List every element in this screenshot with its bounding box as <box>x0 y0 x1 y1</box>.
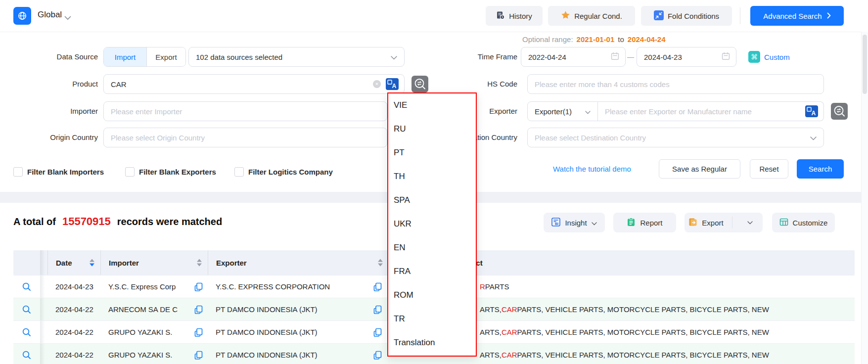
language-option[interactable]: UKR <box>388 212 476 236</box>
filter-logistics-company-checkbox[interactable]: Filter Logitics Company <box>234 164 333 179</box>
product-label: Product <box>0 74 98 94</box>
language-option[interactable]: TH <box>388 165 476 188</box>
importer-cell[interactable]: Y.S.C. Express Corp <box>108 282 176 291</box>
language-option[interactable]: PT <box>388 141 476 165</box>
view-record-icon[interactable] <box>22 305 32 315</box>
region-selector[interactable]: Global <box>38 10 62 20</box>
exporter-cell[interactable]: Y.S.C. EXPRESS CORPORATION <box>216 282 330 291</box>
advanced-search-button[interactable]: Advanced Search <box>750 6 844 26</box>
copy-icon[interactable] <box>373 328 382 337</box>
report-button[interactable]: Report <box>613 213 676 232</box>
column-header-date[interactable]: Date <box>47 250 100 275</box>
optional-range: Optional range: 2021-01-01 to 2024-04-24 <box>522 34 666 45</box>
sort-icon[interactable] <box>197 259 202 267</box>
sort-icon[interactable] <box>378 259 383 267</box>
total-prefix: A total of <box>13 216 56 228</box>
advanced-search-label: Advanced Search <box>763 12 822 20</box>
export-button[interactable]: Export <box>685 213 728 232</box>
results-summary: A total of 15570915 records were matched <box>13 215 222 228</box>
history-icon <box>496 11 505 21</box>
scrollbar-thumb[interactable] <box>863 35 867 94</box>
insight-icon: BI <box>551 218 560 228</box>
copy-icon[interactable] <box>194 282 203 291</box>
language-option[interactable]: TR <box>388 307 476 331</box>
save-as-regular-button[interactable]: Save as Regular <box>659 159 740 179</box>
language-option[interactable]: ROM <box>388 283 476 307</box>
filter-logistics-company-label: Filter Logitics Company <box>248 168 333 176</box>
clear-icon[interactable]: ✕ <box>373 80 381 88</box>
insight-label: Insight <box>565 219 587 227</box>
language-option[interactable]: VIE <box>388 93 476 117</box>
copy-icon[interactable] <box>194 351 203 360</box>
chevron-down-icon[interactable] <box>64 13 71 22</box>
language-option[interactable]: EN <box>388 236 476 260</box>
insight-button[interactable]: BI Insight <box>544 213 605 232</box>
date-header-label: Date <box>56 259 72 267</box>
language-option[interactable]: RU <box>388 117 476 141</box>
translate-icon[interactable]: A <box>805 105 818 119</box>
custom-range-link[interactable]: ⌘ Custom <box>748 47 790 67</box>
keyword-highlight: R <box>480 282 485 291</box>
hs-code-input[interactable] <box>527 74 824 94</box>
copy-icon[interactable] <box>194 328 203 337</box>
copy-icon[interactable] <box>194 305 203 314</box>
destination-country-placeholder: Please select Destination Country <box>535 134 646 142</box>
date-cell: 2024-04-22 <box>47 321 100 343</box>
exporter-cell[interactable]: PT DAMCO INDONESIA (JKT) <box>216 351 318 359</box>
language-option[interactable]: SPA <box>388 188 476 212</box>
view-record-icon[interactable] <box>22 327 32 337</box>
tab-import[interactable]: Import <box>104 47 146 66</box>
export-icon <box>688 218 697 228</box>
time-frame-end-input[interactable]: 2024-04-23 <box>637 47 736 67</box>
importer-cell[interactable]: ARNECOM SA DE C <box>108 305 178 314</box>
exporter-input[interactable] <box>598 101 824 121</box>
view-record-icon[interactable] <box>22 350 32 360</box>
importer-input[interactable] <box>103 101 387 121</box>
fold-conditions-label: Fold Conditions <box>668 12 719 20</box>
vertical-scrollbar[interactable] <box>861 32 868 364</box>
exporter-type-select[interactable]: Exporter(1) <box>527 101 598 121</box>
data-sources-select[interactable]: 102 data sources selected <box>188 47 405 67</box>
filter-blank-importers-checkbox[interactable]: Filter Blank Importers <box>13 164 104 179</box>
translate-icon[interactable]: A <box>386 78 399 92</box>
translation-language-dropdown: VIE RU PT TH SPA UKR EN FRA ROM TR Trans… <box>387 92 477 357</box>
tab-export[interactable]: Export <box>146 47 185 66</box>
calendar-icon <box>611 52 619 62</box>
svg-text:A: A <box>812 110 816 117</box>
history-button[interactable]: History <box>486 6 543 26</box>
export-options-button[interactable] <box>737 213 763 232</box>
fuzzy-match-icon[interactable] <box>831 103 848 120</box>
time-frame-label: Time Frame <box>418 47 517 67</box>
product-input[interactable] <box>103 74 405 94</box>
exporter-cell[interactable]: PT DAMCO INDONESIA (JKT) <box>216 305 318 314</box>
copy-icon[interactable] <box>373 351 382 360</box>
copy-icon[interactable] <box>373 282 382 291</box>
report-label: Report <box>640 219 662 227</box>
column-header-exporter[interactable]: Exporter <box>208 250 389 275</box>
regular-conditions-button[interactable]: Regular Cond. <box>548 6 635 26</box>
sort-icon[interactable] <box>90 259 94 267</box>
fold-conditions-button[interactable]: Fold Conditions <box>641 6 732 26</box>
reset-button[interactable]: Reset <box>750 159 788 179</box>
globe-logo-icon <box>13 7 31 25</box>
chevron-down-icon <box>592 219 597 227</box>
copy-icon[interactable] <box>373 305 382 314</box>
importer-cell[interactable]: GRUPO YAZAKI S. <box>108 328 172 336</box>
tutorial-demo-link[interactable]: Watch the tutorial demo <box>553 159 631 179</box>
filter-blank-exporters-checkbox[interactable]: Filter Blank Exporters <box>125 164 216 179</box>
column-header-importer[interactable]: Importer <box>100 250 208 275</box>
exporter-type-value: Exporter(1) <box>535 107 572 116</box>
customize-button[interactable]: Customize <box>772 213 835 232</box>
view-record-icon[interactable] <box>22 282 32 292</box>
origin-country-select[interactable]: Please select Origin Country <box>103 128 387 147</box>
destination-country-select[interactable]: Please select Destination Country <box>527 128 824 147</box>
exporter-cell[interactable]: PT DAMCO INDONESIA (JKT) <box>216 328 318 336</box>
fold-conditions-icon <box>654 10 664 22</box>
time-frame-start-input[interactable]: 2022-04-24 <box>521 47 626 67</box>
importer-cell[interactable]: GRUPO YAZAKI S. <box>108 351 172 359</box>
language-option[interactable]: Translation <box>388 331 476 355</box>
search-button[interactable]: Search <box>797 159 844 179</box>
language-option[interactable]: FRA <box>388 260 476 283</box>
chevron-right-icon <box>827 12 831 20</box>
history-label: History <box>509 12 532 20</box>
